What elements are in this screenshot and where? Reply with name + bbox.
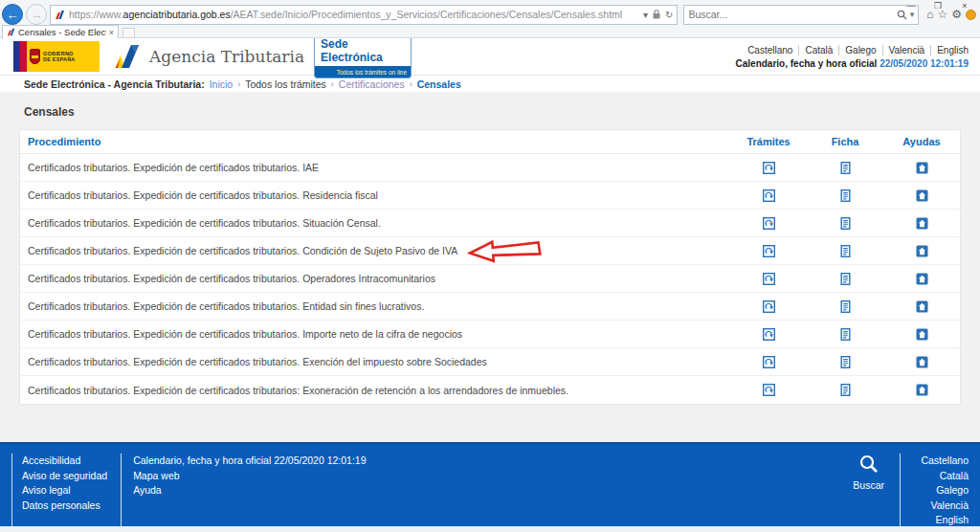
lock-icon (653, 10, 660, 19)
ayudas-icon[interactable] (916, 384, 928, 396)
refresh-icon[interactable]: ↻ (665, 10, 673, 20)
tab-censales[interactable]: Censales - Sede Electrónica ... × (2, 25, 119, 38)
table-row: Certificados tributarios. Expedición de … (20, 237, 960, 265)
tramites-icon[interactable] (763, 328, 775, 341)
tramites-icon[interactable] (763, 217, 775, 230)
lang-catala[interactable]: Català (799, 45, 839, 55)
tab-favicon-icon (7, 28, 15, 36)
procedure-link[interactable]: Certificados tributarios. Expedición de … (28, 300, 424, 312)
brand-title: Agencia Tributaria (149, 47, 304, 66)
ayudas-icon[interactable] (916, 245, 928, 257)
footer-lang-valencia[interactable]: Valencià (912, 499, 969, 514)
url-path: /AEAT.sede/Inicio/Procedimientos_y_Servi… (231, 9, 623, 20)
new-tab-button[interactable] (122, 28, 135, 38)
restore-button[interactable]: ❐ (924, 0, 951, 12)
lang-english[interactable]: English (931, 45, 969, 55)
footer-link-mapa-web[interactable]: Mapa web (133, 469, 366, 484)
minimize-button[interactable]: — (898, 0, 924, 12)
browser-search-input[interactable] (688, 9, 896, 20)
procedure-link[interactable]: Certificados tributarios. Expedición de … (28, 189, 378, 201)
footer-link-calendario[interactable]: Calendario, fecha y hora oficial 22/05/2… (133, 454, 366, 469)
coat-of-arms-icon (30, 49, 40, 64)
procedure-link[interactable]: Certificados tributarios. Expedición de … (28, 328, 462, 340)
ficha-icon[interactable] (839, 300, 852, 313)
procedure-link[interactable]: Certificados tributarios. Expedición de … (28, 245, 457, 256)
sede-electronica-logo[interactable]: Sede Electrónica Todos los trámites on l… (314, 35, 412, 78)
column-header-ficha[interactable]: Ficha (807, 136, 883, 147)
aeat-logo-icon (113, 43, 142, 70)
breadcrumb-censales[interactable]: Censales (417, 78, 461, 90)
ficha-icon[interactable] (839, 273, 852, 285)
footer-link-aviso-legal[interactable]: Aviso legal (22, 483, 107, 499)
ficha-icon[interactable] (839, 189, 852, 202)
procedures-table: Procedimiento Trámites Ficha Ayudas Cert… (19, 129, 961, 405)
sede-title: Sede Electrónica (315, 36, 411, 68)
tramites-icon[interactable] (763, 300, 775, 313)
lang-galego[interactable]: Galego (839, 45, 882, 55)
back-button[interactable]: ← (2, 4, 23, 25)
table-row: Certificados tributarios. Expedición de … (20, 182, 960, 210)
ayudas-icon[interactable] (916, 328, 928, 341)
breadcrumb-todos-los-tramites[interactable]: Todos los trámites (245, 78, 326, 90)
tramites-icon[interactable] (763, 273, 775, 285)
column-header-procedimiento[interactable]: Procedimiento (20, 136, 730, 147)
ficha-icon[interactable] (839, 356, 852, 368)
breadcrumb-certificaciones[interactable]: Certificaciones (339, 78, 405, 90)
tramites-icon[interactable] (763, 189, 775, 202)
ficha-icon[interactable] (839, 245, 852, 257)
ayudas-icon[interactable] (916, 162, 928, 174)
footer-lang-english[interactable]: English (912, 513, 969, 528)
table-row: Certificados tributarios. Expedición de … (20, 376, 960, 404)
url-bar[interactable]: https://www.agenciatributaria.gob.es/AEA… (50, 5, 678, 25)
procedure-link[interactable]: Certificados tributarios. Expedición de … (28, 356, 487, 367)
ayudas-icon[interactable] (916, 189, 928, 202)
eu-flag-strip (13, 41, 20, 72)
tramites-icon[interactable] (763, 356, 775, 368)
lang-castellano[interactable]: Castellano (742, 45, 799, 55)
browser-chrome: — ❐ × ← → https://www.agenciatributaria.… (0, 0, 980, 38)
aeat-favicon-icon (55, 10, 65, 20)
url-domain: agenciatributaria.gob.es (123, 9, 231, 20)
footer-link-aviso-seguridad[interactable]: Aviso de seguridad (22, 469, 107, 484)
sede-tagline: Todos los trámites on line (315, 68, 411, 78)
ayudas-icon[interactable] (916, 273, 928, 285)
forward-arrow-icon: → (31, 8, 43, 22)
footer-lang-catala[interactable]: Català (912, 469, 969, 484)
column-header-tramites[interactable]: Trámites (730, 136, 807, 147)
footer-link-accesibilidad[interactable]: Accesibilidad (22, 454, 107, 469)
footer-legal-links: Accesibilidad Aviso de seguridad Aviso l… (11, 454, 107, 526)
table-header-row: Procedimiento Trámites Ficha Ayudas (20, 130, 960, 154)
ficha-icon[interactable] (839, 162, 852, 174)
footer-link-datos-personales[interactable]: Datos personales (22, 499, 107, 514)
procedure-link[interactable]: Certificados tributarios. Expedición de … (28, 162, 319, 173)
ficha-icon[interactable] (839, 384, 852, 396)
close-button[interactable]: × (951, 0, 978, 12)
ficha-icon[interactable] (839, 217, 852, 230)
tramites-icon[interactable] (763, 245, 775, 257)
ficha-icon[interactable] (839, 328, 852, 341)
url-text: https://www.agenciatributaria.gob.es/AEA… (69, 9, 643, 20)
official-clock-label[interactable]: Calendario, fecha y hora oficial (736, 58, 878, 69)
procedure-link[interactable]: Certificados tributarios. Expedición de … (28, 217, 381, 229)
autocomplete-caret-icon[interactable]: ▾ (643, 10, 648, 20)
forward-button[interactable]: → (26, 4, 47, 25)
footer-lang-castellano[interactable]: Castellano (912, 454, 969, 469)
lang-valencia[interactable]: Valencià (883, 45, 932, 55)
ayudas-icon[interactable] (916, 356, 928, 368)
ayudas-icon[interactable] (916, 300, 928, 313)
gobierno-espana-logo: GOBIERNODE ESPAÑA (13, 41, 100, 72)
browser-search-box[interactable]: ▾ (683, 5, 919, 25)
language-switcher: CastellanoCatalàGalegoValenciàEnglish (736, 45, 969, 55)
footer-link-ayuda[interactable]: Ayuda (133, 483, 366, 499)
breadcrumb-inicio[interactable]: Inicio (210, 78, 234, 90)
tramites-icon[interactable] (763, 384, 775, 396)
tab-close-icon[interactable]: × (109, 28, 114, 37)
footer-search-button[interactable]: Buscar (853, 454, 884, 526)
table-row: Certificados tributarios. Expedición de … (20, 348, 960, 376)
column-header-ayudas[interactable]: Ayudas (883, 136, 960, 147)
procedure-link[interactable]: Certificados tributarios. Expedición de … (28, 273, 435, 284)
procedure-link[interactable]: Certificados tributarios. Expedición de … (28, 385, 568, 396)
tramites-icon[interactable] (763, 162, 775, 174)
footer-lang-galego[interactable]: Galego (912, 483, 969, 499)
ayudas-icon[interactable] (916, 217, 928, 230)
